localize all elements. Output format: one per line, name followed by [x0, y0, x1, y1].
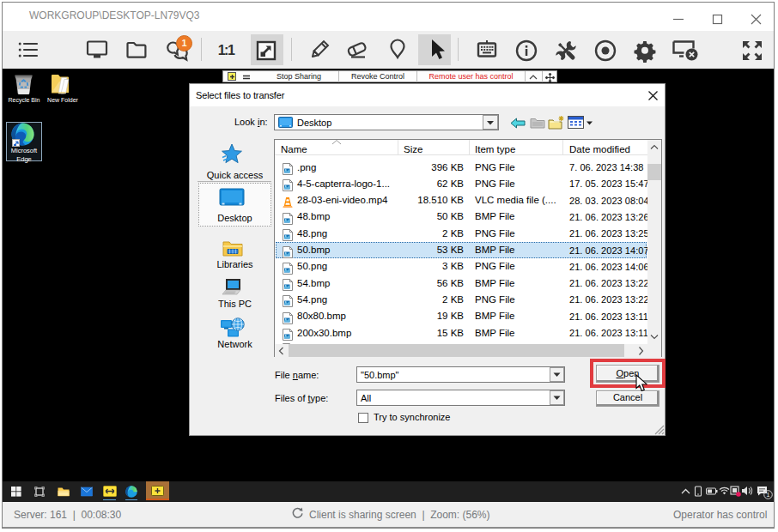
- svg-text:1: 1: [767, 492, 770, 498]
